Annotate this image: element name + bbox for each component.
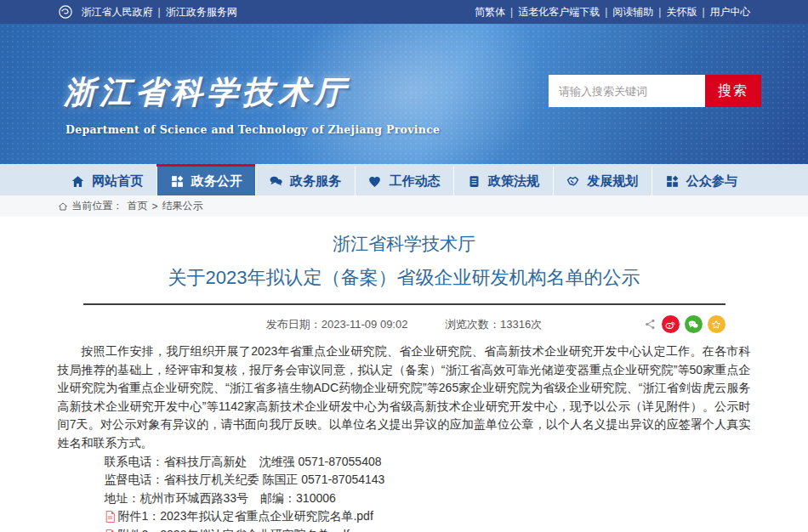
address-line: 地址：杭州市环城西路33号 邮编：310006 <box>105 490 751 508</box>
link-government-service-site[interactable]: 浙江政务服务网 <box>166 5 237 20</box>
pdf-file-icon <box>105 511 116 523</box>
link-user-center[interactable]: 用户中心 <box>710 5 751 20</box>
attachment-link-1[interactable]: 附件1：2023年拟认定省重点企业研究院名单.pdf <box>105 507 751 526</box>
nav-item-work-updates[interactable]: 工作动态 <box>355 164 453 195</box>
site-search: 搜索 <box>549 75 761 107</box>
nav-item-gov-services[interactable]: 政务服务 <box>255 164 354 195</box>
topbar-quick-links: 简繁体 | 适老化客户端下载 | 阅读辅助 | 关怀版 | 用户中心 <box>475 5 751 20</box>
supervision-phone-line: 监督电话：省科技厅机关纪委 陈国正 0571-87054143 <box>105 471 751 490</box>
favorite-star-icon[interactable] <box>708 315 725 333</box>
announcement-paragraph: 按照工作安排，我厅组织开展了2023年省重点企业研究院、省企业研究院、省高新技术… <box>58 342 751 453</box>
link-simplified-traditional[interactable]: 简繁体 <box>475 5 505 20</box>
breadcrumb-home-link[interactable]: 首页 <box>128 199 148 213</box>
chat-bubbles-icon <box>269 174 283 189</box>
article-content: 浙江省科学技术厅 关于2023年拟认定（备案）省级企业研发机构名单的公示 发布日… <box>0 217 808 532</box>
breadcrumb-separator: > <box>152 201 158 212</box>
home-icon <box>71 174 85 189</box>
nav-item-development-plans[interactable]: 发展规划 <box>553 164 652 195</box>
site-banner: 浙江省科学技术厅 Department of Science and Techn… <box>0 24 808 164</box>
breadcrumb-current[interactable]: 结果公示 <box>162 199 203 213</box>
nav-item-public-participation[interactable]: 公众参与 <box>652 164 750 195</box>
handshake-icon <box>566 174 580 189</box>
site-title-english: Department of Science and Technology of … <box>65 123 440 136</box>
attachment-link-2[interactable]: 附件2：2023年拟认定省企业研究院名单.pdf <box>105 526 751 532</box>
publish-date-value: 2023-11-09 09:02 <box>321 318 408 331</box>
nav-item-label: 网站首页 <box>92 173 143 190</box>
heart-icon <box>367 174 382 189</box>
site-title-calligraphy: 浙江省科学技术厅 <box>64 71 350 114</box>
search-input[interactable] <box>549 75 705 107</box>
article-body: 按照工作安排，我厅组织开展了2023年省重点企业研究院、省企业研究院、省高新技术… <box>58 342 751 532</box>
government-emblem-icon <box>58 4 73 20</box>
topbar-site-links: 浙江省人民政府 | 浙江政务服务网 <box>58 4 237 20</box>
share-buttons <box>644 315 725 333</box>
separator: | <box>702 6 704 18</box>
share-icon[interactable] <box>644 318 657 331</box>
article-meta-row: 发布日期：2023-11-09 09:02 浏览次数：13316次 <box>58 314 751 335</box>
link-care-version[interactable]: 关怀版 <box>666 5 697 20</box>
nav-item-label: 政务公开 <box>191 173 242 190</box>
top-utility-bar: 浙江省人民政府 | 浙江政务服务网 简繁体 | 适老化客户端下载 | 阅读辅助 … <box>0 0 808 24</box>
contact-phone-line: 联系电话：省科技厅高新处 沈维强 0571-87055408 <box>105 453 751 472</box>
separator: | <box>658 6 661 18</box>
breadcrumb-prefix: 当前位置： <box>72 199 123 213</box>
nav-item-label: 政务服务 <box>290 173 341 190</box>
nav-item-label: 发展规划 <box>587 173 638 190</box>
separator: | <box>605 6 607 18</box>
title-divider <box>83 303 725 305</box>
link-reading-assist[interactable]: 阅读辅助 <box>612 5 653 20</box>
attachment-label: 附件2：2023年拟认定省企业研究院名单.pdf <box>118 526 350 532</box>
home-icon <box>58 201 68 212</box>
link-accessibility-client-download[interactable]: 适老化客户端下载 <box>518 5 600 20</box>
weibo-share-icon[interactable] <box>662 315 680 333</box>
breadcrumb: 当前位置： 首页 > 结果公示 <box>0 195 808 217</box>
publish-date-label: 发布日期： <box>266 318 321 331</box>
pinwheel-icon <box>170 174 185 189</box>
separator: | <box>510 6 513 18</box>
document-icon <box>467 174 481 189</box>
article-title-line1: 浙江省科学技术厅 <box>58 232 751 256</box>
link-provincial-government[interactable]: 浙江省人民政府 <box>82 5 153 20</box>
nav-item-gov-disclosure[interactable]: 政务公开 <box>156 164 255 195</box>
search-button[interactable]: 搜索 <box>705 75 761 107</box>
view-count-value: 13316次 <box>500 318 542 331</box>
view-count-label: 浏览次数： <box>445 318 500 331</box>
article-title-line2: 关于2023年拟认定（备案）省级企业研发机构名单的公示 <box>58 265 751 291</box>
nav-item-home[interactable]: 网站首页 <box>58 164 156 195</box>
separator: | <box>158 6 161 18</box>
view-count: 浏览次数：13316次 <box>445 318 542 331</box>
nav-item-label: 工作动态 <box>389 173 440 190</box>
nav-item-label: 政策法规 <box>488 173 539 190</box>
wechat-share-icon[interactable] <box>685 315 703 333</box>
publish-date: 发布日期：2023-11-09 09:02 <box>266 318 411 331</box>
main-navigation: 网站首页 政务公开 政务服务 工作动态 <box>0 164 808 195</box>
attachment-label: 附件1：2023年拟认定省重点企业研究院名单.pdf <box>118 507 373 526</box>
pinwheel-icon <box>665 174 680 189</box>
nav-item-policies[interactable]: 政策法规 <box>453 164 552 195</box>
nav-item-label: 公众参与 <box>686 173 737 190</box>
